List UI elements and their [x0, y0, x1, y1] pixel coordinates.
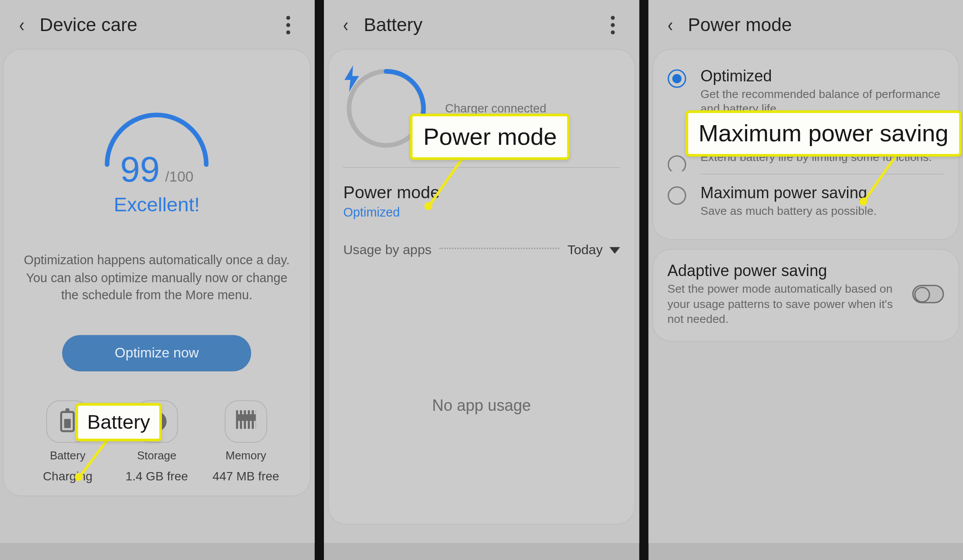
power-mode-row[interactable]: Power mode Optimized: [343, 182, 620, 220]
usage-period-label: Today: [567, 242, 603, 258]
optimization-description: Optimization happens automatically once …: [19, 252, 295, 304]
score-gauge: [94, 92, 220, 164]
usage-period-dropdown[interactable]: Today: [567, 242, 620, 258]
storage-tile-sub: 1.4 GB free: [126, 469, 188, 483]
divider: [343, 167, 620, 168]
callout-max-power-saving: Maximum power saving: [685, 110, 962, 157]
back-icon[interactable]: ‹: [668, 15, 673, 35]
screen-device-care: ‹ Device care 99 /100 Excellent! Optimiz…: [0, 0, 315, 543]
option-desc: Save as much battery as possible.: [700, 203, 877, 218]
score-rating: Excellent!: [114, 193, 200, 216]
adaptive-desc: Set the power mode automatically based o…: [668, 281, 900, 326]
callout-leader-dot: [75, 473, 83, 481]
dotted-divider: [439, 248, 559, 249]
usage-by-apps-label: Usage by apps: [343, 242, 431, 258]
battery-tile-label: Battery: [50, 449, 85, 462]
more-menu-icon[interactable]: [606, 16, 626, 34]
callout-leader-dot: [859, 198, 867, 206]
divider: [700, 174, 944, 175]
screen-power-mode: ‹ Power mode Optimized Get the recommend…: [648, 0, 963, 543]
more-menu-icon[interactable]: [282, 16, 302, 34]
no-app-usage: No app usage: [343, 396, 620, 415]
memory-icon: [236, 414, 256, 429]
back-icon[interactable]: ‹: [343, 15, 348, 35]
screen-divider: [639, 0, 648, 560]
page-title: Battery: [364, 14, 422, 35]
back-icon[interactable]: ‹: [19, 15, 25, 35]
adaptive-power-saving-card[interactable]: Adaptive power saving Set the power mode…: [652, 249, 959, 342]
screen-divider: [315, 0, 324, 560]
radio-icon: [668, 155, 686, 171]
radio-icon: [668, 186, 686, 205]
page-title: Power mode: [688, 14, 792, 35]
adaptive-toggle[interactable]: [912, 285, 944, 303]
option-maximum-power-saving[interactable]: Maximum power saving Save as much batter…: [668, 177, 944, 229]
adaptive-title: Adaptive power saving: [668, 262, 900, 280]
screen-battery: ‹ Battery Charger connected Power mode O…: [324, 0, 639, 543]
memory-tile-sub: 447 MB free: [213, 469, 279, 483]
option-title: Optimized: [700, 67, 944, 85]
option-title: Maximum power saving: [700, 184, 877, 202]
chevron-down-icon: [609, 247, 620, 253]
power-mode-label: Power mode: [343, 182, 620, 203]
power-mode-value: Optimized: [343, 206, 620, 220]
memory-tile[interactable]: Memory 447 MB free: [201, 400, 291, 483]
callout-power-mode: Power mode: [410, 114, 570, 160]
page-title: Device care: [40, 14, 137, 35]
battery-icon: [60, 411, 75, 432]
radio-icon: [668, 70, 686, 88]
header: ‹ Device care: [0, 0, 315, 42]
callout-battery: Battery: [75, 403, 162, 441]
memory-tile-label: Memory: [225, 449, 266, 462]
storage-tile-label: Storage: [137, 449, 176, 462]
optimize-now-button[interactable]: Optimize now: [62, 335, 251, 371]
